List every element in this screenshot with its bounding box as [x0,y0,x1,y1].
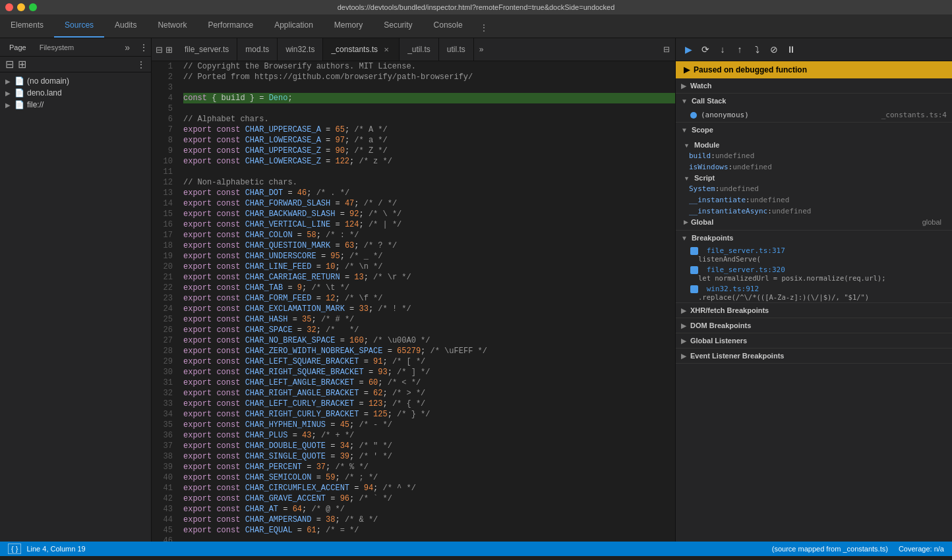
tab-elements[interactable]: Elements [0,14,54,38]
debugger-panel: ▶ ⟳ ↓ ↑ ⤵ ⊘ ⏸ ▶ Paused on debugged funct… [675,38,952,542]
file-tab-win32[interactable]: win32.ts [278,38,323,61]
scope-system[interactable]: System : undefined [681,183,947,194]
scope-iswindows[interactable]: isWindows : undefined [681,161,947,173]
sidebar-tab-filesystem[interactable]: Filesystem [33,41,81,54]
tab-security[interactable]: Security [373,14,423,38]
more-file-tabs-button[interactable]: » [474,45,489,54]
scope-content: ▼ Module build : undefined isWindows : u… [676,137,952,230]
code-line: export const CHAR_AT = 64; /* @ */ [183,504,675,515]
scope-build[interactable]: build : undefined [681,150,947,161]
scope-instantiateasync[interactable]: __instantiateAsync : undefined [681,206,947,217]
more-tabs-button[interactable]: ⋮ [473,18,494,38]
bp-checkbox-icon[interactable] [690,285,698,293]
pause-on-exceptions-button[interactable]: ⏸ [784,42,798,57]
bp-code-1: listenAndServe( [690,255,947,263]
tab-memory[interactable]: Memory [324,14,373,38]
code-line: export const CHAR_AMPERSAND = 38; /* & *… [183,515,675,525]
dom-breakpoints-header[interactable]: ▶ DOM Breakpoints [676,318,952,333]
step-into-button[interactable]: ↓ [715,42,730,57]
scope-arrow-icon: ▼ [681,126,688,134]
sidebar-split-icon[interactable]: ⊟ [5,58,14,70]
breakpoints-header[interactable]: ▼ Breakpoints [676,231,952,245]
line-number: 31 [152,378,173,388]
maximize-button[interactable] [29,3,37,11]
line-number: 38 [152,451,173,462]
bp-arrow-icon: ▼ [681,235,688,242]
scope-global-group[interactable]: ▶ Global global [681,217,947,227]
line-number: 30 [152,367,173,378]
status-right: (source mapped from _constants.ts) Cover… [772,545,944,553]
global-listeners-label: Global Listeners [690,337,747,345]
code-line: export const CHAR_GRAVE_ACCENT = 96; /* … [183,493,675,504]
paused-message: Paused on debugged function [694,65,807,74]
tab-network[interactable]: Network [147,14,197,38]
code-editor[interactable]: 1234567891011121314151617181920212223242… [152,61,675,542]
tree-item-nodomain[interactable]: ▶ 📄 (no domain) [0,75,151,87]
tab-application[interactable]: Application [264,14,324,38]
callstack-file-ref: _constants.ts:4 [881,111,947,119]
bp-item-2[interactable]: file_server.ts:320 let normalizedUrl = p… [676,264,952,283]
folder-icon: 📄 [15,100,24,109]
deactivate-breakpoints-button[interactable]: ⊘ [767,42,781,57]
step-over-button[interactable]: ⟳ [698,42,713,57]
curly-braces-icon[interactable]: { } [8,544,21,554]
tab-sources[interactable]: Sources [54,14,104,38]
bp-item-1[interactable]: file_server.ts:317 listenAndServe( [676,245,952,264]
scope-instantiate[interactable]: __instantiate : undefined [681,194,947,206]
callstack-item-anon[interactable]: (anonymous) _constants.ts:4 [676,108,952,122]
sidebar-overflow-icon[interactable]: ⋮ [136,59,146,70]
tree-item-denoland[interactable]: ▶ 📄 deno.land [0,87,151,99]
file-tab-mod[interactable]: mod.ts [237,38,278,61]
line-number: 34 [152,409,173,420]
grid-icon[interactable]: ⊞ [165,45,173,55]
sidebar-menu-icon[interactable]: ⋮ [139,42,148,53]
event-listener-header[interactable]: ▶ Event Listener Breakpoints [676,349,952,363]
line-number: 45 [152,525,173,536]
sidebar-tab-page[interactable]: Page [3,41,33,54]
split-view-button[interactable]: ⊟ [658,45,675,54]
sidebar-more-icon[interactable]: » [125,42,130,53]
file-tab-label: _constants.ts [331,45,378,54]
bp-checkbox-icon[interactable] [690,247,698,255]
bp-item-3[interactable]: win32.ts:912 .replace(/^\/*(([A-Za-z]:)(… [676,283,952,302]
xhr-breakpoints-header[interactable]: ▶ XHR/fetch Breakpoints [676,303,952,318]
file-tab-util[interactable]: util.ts [439,38,474,61]
resume-button[interactable]: ▶ [681,42,696,57]
scope-module-group[interactable]: ▼ Module [681,140,947,150]
code-line: export const CHAR_QUESTION_MARK = 63; /*… [183,240,675,251]
tree-label: file:// [27,100,44,109]
code-line: export const CHAR_LOWERCASE_Z = 122; /* … [183,156,675,167]
devtools-tabs: Elements Sources Audits Network Performa… [0,14,952,38]
scope-header[interactable]: ▼ Scope [676,123,952,137]
close-button[interactable] [5,3,13,11]
el-arrow-icon: ▶ [681,352,686,360]
tree-item-file[interactable]: ▶ 📄 file:// [0,99,151,111]
coverage-info: Coverage: n/a [899,545,944,553]
sidebar-new-icon[interactable]: ⊞ [18,58,26,70]
step-out-button[interactable]: ↑ [732,42,747,57]
watch-header[interactable]: ▶ Watch [676,78,952,93]
step-button[interactable]: ⤵ [750,42,764,57]
event-listener-breakpoints-section: ▶ Event Listener Breakpoints [676,349,952,364]
bp-checkbox-icon[interactable] [690,266,698,274]
tab-performance[interactable]: Performance [197,14,264,38]
code-line: export const CHAR_LEFT_SQUARE_BRACKET = … [183,356,675,367]
file-tab-constants[interactable]: _constants.ts ✕ [323,38,400,61]
file-tab-fileserver[interactable]: file_server.ts [177,38,237,61]
file-tab-util-[interactable]: _util.ts [400,38,439,61]
minimize-button[interactable] [17,3,25,11]
tab-audits[interactable]: Audits [104,14,147,38]
scope-script-group[interactable]: ▼ Script [681,173,947,183]
callstack-header[interactable]: ▼ Call Stack [676,94,952,108]
scope-val: undefined [772,207,812,215]
callstack-arrow-icon: ▼ [681,98,688,105]
scope-val: undefined [732,163,772,171]
editor-area: ⊟ ⊞ file_server.ts mod.ts win32.ts _cons… [152,38,675,542]
split-editor-icon[interactable]: ⊟ [156,45,163,55]
line-number: 17 [152,230,173,240]
file-tab-label: mod.ts [245,45,269,54]
close-tab-icon[interactable]: ✕ [382,46,391,53]
bp-file-2: file_server.ts:320 [707,266,785,274]
tab-console[interactable]: Console [423,14,473,38]
global-listeners-header[interactable]: ▶ Global Listeners [676,333,952,348]
